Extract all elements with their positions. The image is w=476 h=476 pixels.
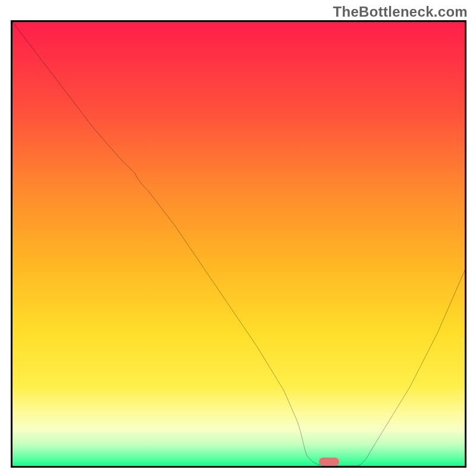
curve-line <box>12 22 465 466</box>
watermark-text: TheBottleneck.com <box>333 4 468 20</box>
bottleneck-curve-path <box>12 22 465 466</box>
plot-area <box>11 20 466 468</box>
optimal-marker <box>319 458 339 466</box>
chart-container: TheBottleneck.com <box>0 0 476 476</box>
